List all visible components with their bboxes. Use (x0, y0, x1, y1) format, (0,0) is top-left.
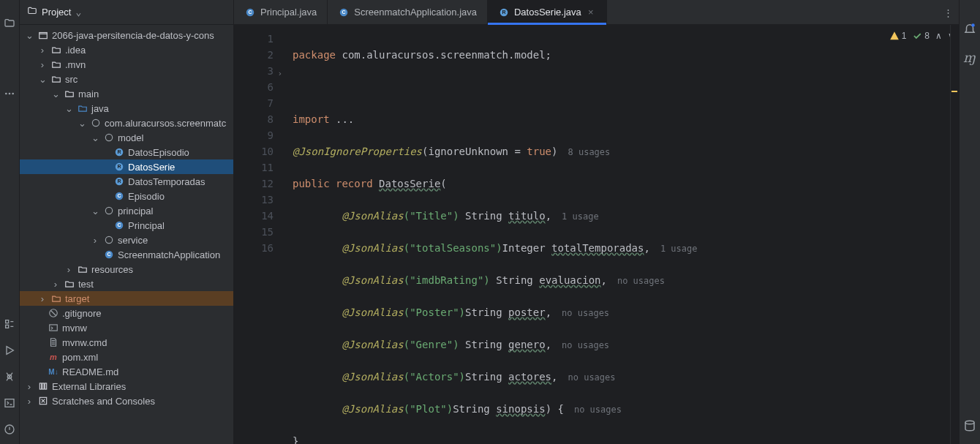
tree-item[interactable]: ⌄principal (20, 203, 233, 218)
tree-file[interactable]: RDatosEpisodio (20, 145, 233, 159)
tree-item[interactable]: ›service (20, 233, 233, 247)
warning-indicator[interactable]: 1 (889, 31, 907, 41)
class-icon: C (338, 7, 350, 18)
tree-item[interactable]: ⌄src (20, 72, 233, 86)
shell-icon (48, 322, 59, 334)
tab-screenmatch-app[interactable]: C ScreenmatchApplication.java (328, 0, 488, 24)
tree-file[interactable]: CScreenmatchApplication (20, 247, 233, 262)
ok-indicator[interactable]: 8 (912, 31, 930, 41)
code-content[interactable]: package com.aluracursos.screenmatch.mode… (278, 25, 950, 444)
tree-file[interactable]: M↓README.md (20, 364, 233, 379)
folder-icon (37, 29, 49, 41)
nav-up-icon[interactable]: ∧ (935, 31, 942, 41)
editor-area: C Principal.java C ScreenmatchApplicatio… (234, 0, 959, 444)
tree-item[interactable]: ⌄main (20, 86, 233, 101)
scratch-icon (37, 395, 49, 407)
svg-point-37 (971, 23, 975, 27)
editor-tab-menu[interactable]: ⋮ (937, 0, 959, 25)
tree-item[interactable]: ›.idea (20, 42, 233, 57)
tab-principal[interactable]: C Principal.java (234, 0, 328, 24)
tree-file[interactable]: .gitignore (20, 306, 233, 320)
database-icon[interactable] (963, 419, 976, 432)
package-icon (103, 234, 115, 246)
svg-point-2 (12, 93, 14, 95)
debug-icon[interactable] (4, 371, 15, 383)
tree-file-selected[interactable]: RDatosSerie (20, 159, 233, 174)
tree-item[interactable]: ›.mvn (20, 57, 233, 72)
ai-icon[interactable]: ɱ (963, 50, 976, 63)
svg-rect-27 (39, 383, 41, 389)
package-icon (103, 205, 115, 217)
tree-item[interactable]: ›Scratches and Consoles (20, 394, 233, 408)
tree-item[interactable]: ⌄java (20, 101, 233, 116)
run-icon[interactable] (4, 345, 15, 356)
tree-file[interactable]: mvnw (20, 320, 233, 335)
svg-rect-26 (50, 325, 58, 331)
tree-item[interactable]: ⌄com.aluracursos.screenmatc (20, 116, 233, 130)
markdown-icon: M↓ (48, 366, 59, 377)
tree-item-target[interactable]: ›target (20, 291, 233, 306)
tree-item[interactable]: ⌄model (20, 130, 233, 145)
tree-item[interactable]: ›test (20, 276, 233, 291)
tree-file[interactable]: RDatosTemporadas (20, 174, 233, 189)
project-panel: Project ⌄ ⌄2066-java-persitencia-de-dato… (20, 0, 234, 444)
folder-icon[interactable] (4, 18, 15, 29)
tree-file[interactable]: mpom.xml (20, 350, 233, 364)
svg-rect-3 (6, 320, 9, 323)
tree-file[interactable]: CPrincipal (20, 218, 233, 233)
project-folder-icon (27, 6, 37, 18)
tab-label: ScreenmatchApplication.java (354, 7, 477, 18)
record-icon: R (113, 161, 125, 173)
editor-body[interactable]: 1 2 3› 6 7 8 9 10 11 12 13 14 15 16 pack… (234, 25, 959, 444)
src-folder-icon (77, 102, 88, 114)
svg-point-38 (965, 421, 974, 424)
project-tree: ⌄2066-java-persitencia-de-datos-y-cons ›… (20, 25, 233, 444)
usage-hint[interactable]: no usages (607, 276, 665, 286)
error-stripe[interactable] (950, 25, 959, 444)
libraries-icon (37, 380, 49, 392)
folder-icon (64, 88, 75, 99)
usage-hint[interactable]: no usages (551, 340, 609, 350)
tree-item[interactable]: ›resources (20, 262, 233, 276)
class-icon: C (103, 249, 115, 260)
fold-icon[interactable]: › (277, 66, 282, 82)
svg-rect-6 (5, 399, 14, 407)
notifications-icon[interactable] (963, 22, 976, 35)
tree-item[interactable]: ›External Libraries (20, 379, 233, 394)
terminal-icon[interactable] (4, 397, 15, 409)
folder-icon (64, 278, 75, 290)
maven-icon: m (48, 351, 59, 363)
package-icon (90, 117, 102, 129)
tree-file[interactable]: mvnw.cmd (20, 335, 233, 350)
usage-hint[interactable]: no usages (551, 308, 609, 318)
dots-icon[interactable] (4, 88, 15, 99)
tree-root[interactable]: ⌄2066-java-persitencia-de-datos-y-cons (20, 28, 233, 42)
svg-text:R: R (502, 10, 505, 15)
project-title: Project (42, 7, 71, 18)
record-icon: R (498, 7, 510, 18)
usage-hint[interactable]: 8 usages (557, 147, 610, 157)
package-icon (103, 132, 115, 143)
svg-text:R: R (117, 164, 121, 169)
resources-folder-icon (77, 263, 88, 275)
folder-icon (50, 44, 62, 56)
tab-datos-serie[interactable]: R DatosSerie.java × (488, 0, 607, 24)
record-icon: R (113, 176, 125, 187)
class-icon: C (113, 190, 125, 202)
editor-tabs: C Principal.java C ScreenmatchApplicatio… (234, 0, 959, 25)
tab-close-icon[interactable]: × (586, 7, 596, 18)
usage-hint[interactable]: 1 usage (551, 211, 599, 222)
structure-icon[interactable] (4, 318, 15, 330)
problems-icon[interactable] (4, 424, 15, 435)
class-icon: C (244, 7, 256, 18)
usage-hint[interactable]: no usages (558, 372, 616, 383)
tab-label: DatosSerie.java (514, 7, 581, 18)
project-panel-header[interactable]: Project ⌄ (20, 0, 233, 25)
folder-icon (50, 59, 62, 70)
class-icon: C (113, 219, 125, 231)
usage-hint[interactable]: no usages (564, 405, 622, 415)
tab-label: Principal.java (260, 7, 317, 18)
usage-hint[interactable]: 1 usage (650, 244, 698, 254)
inspection-status[interactable]: 1 8 ∧ ∨ (889, 31, 954, 41)
tree-file[interactable]: CEpisodio (20, 189, 233, 203)
